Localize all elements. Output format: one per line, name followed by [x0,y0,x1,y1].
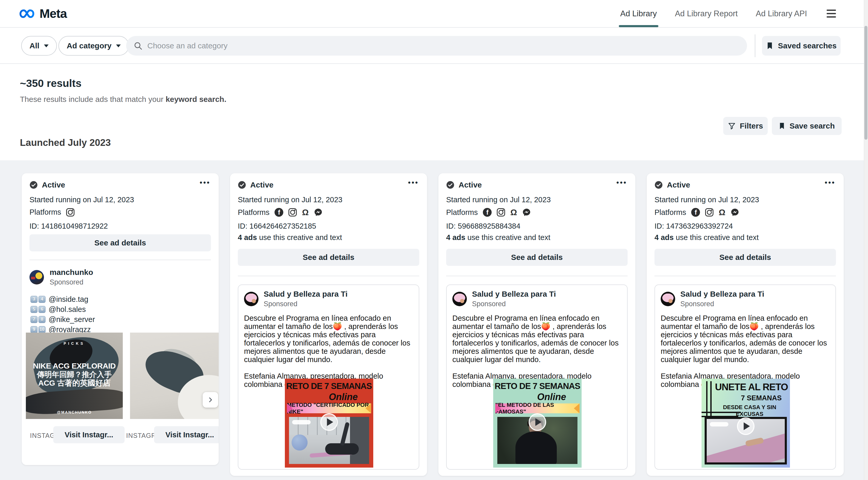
keycap-icon: 6 [38,306,45,313]
bookmark-icon [766,42,773,50]
advertiser-row: manchunko Sponsored [29,268,93,286]
advertiser-row: Salud y Belleza para Ti Sponsored [452,290,556,308]
tag-line: 7 8 @nike_server [31,316,95,323]
section-title: Launched July 2023 [20,137,111,148]
keycap-emoji-pair: 9 10 [31,326,45,333]
search-icon [133,41,143,51]
advertiser-name[interactable]: Salud y Belleza para Ti [680,290,764,298]
status-badge: Active [250,181,274,189]
messenger-icon [314,208,322,217]
tab-ad-library[interactable]: Ad Library [620,0,657,27]
video-thumbnail[interactable]: RETO DE 7 SEMANAS Online "EL METODO DE L… [493,379,582,468]
ad-body-text: Descubre el Programa en línea enfocado e… [244,314,414,388]
ad-card: Active ••• Started running on Jul 12, 20… [647,173,844,476]
chevron-right-icon [207,396,214,403]
uses-text: use this creative and text [257,233,342,242]
more-options-icon[interactable]: ••• [825,178,835,187]
overlay-line: 傳明年回歸？推介入手 [26,370,123,379]
more-options-icon[interactable]: ••• [617,178,627,187]
started-date: Started running on Jul 12, 2023 [654,196,759,204]
thumb-title: UNETE AL RETO [715,382,788,393]
tag-list: 3 4 @inside.tag 5 6 @hol.sales 7 8 @nike… [31,295,95,333]
keycap-emoji-pair: 3 4 [31,296,45,303]
advertiser-name[interactable]: Salud y Belleza para Ti [264,290,348,298]
avatar[interactable] [244,292,258,306]
facebook-icon: f [483,208,492,217]
tag-handle[interactable]: @hol.sales [49,305,86,314]
avatar[interactable] [29,270,44,284]
ad-category-dropdown-label: Ad category [67,41,112,50]
keycap-emoji-pair: 5 6 [31,306,45,313]
filters-button[interactable]: Filters [723,117,768,135]
play-button[interactable] [320,413,338,431]
more-options-icon[interactable]: ••• [408,178,419,187]
divider [238,276,419,276]
carousel-image-1[interactable]: PICKS NIKE ACG EXPLORAID 傳明年回歸？推介入手 ACG … [26,333,123,419]
tab-ad-library-api[interactable]: Ad Library API [756,0,807,27]
see-ad-details-button[interactable]: See ad details [29,234,211,251]
keycap-icon: 7 [31,316,37,323]
meta-logo[interactable]: Meta [20,0,67,27]
more-options-icon[interactable]: ••• [200,178,210,187]
see-ad-details-button[interactable]: See ad details [446,249,628,266]
see-ad-details-button[interactable]: See ad details [238,249,419,266]
creative-carousel[interactable]: PICKS NIKE ACG EXPLORAID 傳明年回歸？推介入手 ACG … [26,333,219,419]
uses-text: use this creative and text [674,233,759,242]
scrollbar[interactable] [864,0,868,480]
keycap-icon: 9 [31,326,37,333]
filter-icon [728,122,736,130]
person-shape [516,431,557,464]
overlay-eyebrow: PICKS [26,341,123,346]
platforms-row: Platforms [29,208,74,216]
search-box[interactable] [126,36,747,56]
keycap-icon: 4 [38,296,45,303]
results-subtitle-text: These results include ads that match you… [20,95,166,103]
started-date: Started running on Jul 12, 2023 [29,196,134,204]
active-check-icon [654,181,663,189]
see-ad-details-button[interactable]: See ad details [654,249,836,266]
results-count: ~350 results [20,77,82,89]
status-row: Active [446,181,482,189]
visit-instagram-button[interactable]: Visit Instagr... [154,426,219,443]
overlay-credit: @MANCHUNKO [26,410,123,414]
video-thumbnail[interactable]: RETO DE 7 SEMANAS Online METODO "CERTIFI… [285,379,373,468]
advertiser-row: Salud y Belleza para Ti Sponsored [661,290,764,308]
play-button[interactable] [529,413,546,431]
ad-id: ID: 1664264627352185 [238,222,316,231]
avatar[interactable] [452,292,467,306]
ad-body-paragraph: Descubre el Programa en línea enfocado e… [661,314,831,364]
tag-handle[interactable]: @inside.tag [49,295,88,304]
menu-icon[interactable] [825,8,837,19]
thumb-title: RETO DE 7 SEMANAS [493,381,582,391]
top-navbar: Meta Ad Library Ad Library Report Ad Lib… [0,0,868,28]
ad-card: Active ••• Started running on Jul 12, 20… [22,173,219,465]
tag-handle[interactable]: @nike_server [49,315,95,324]
thumb-subtitle: 7 SEMANAS [741,394,782,402]
ad-category-dropdown[interactable]: Ad category [58,36,129,56]
platforms-row: Platforms f Ω [654,208,739,217]
instagram-icon [497,208,505,216]
visit-instagram-button[interactable]: Visit Instagr... [53,426,125,443]
avatar[interactable] [661,292,675,306]
sponsored-label: Sponsored [50,278,93,286]
sponsored-label: Sponsored [264,300,348,308]
video-thumbnail[interactable]: UNETE AL RETO 7 SEMANAS DESDE CASA Y SIN… [702,379,790,468]
thumb-banner: "EL METODO DE LAS FAMOSAS" [495,403,580,413]
status-row: Active [29,181,65,189]
tab-ad-library-report[interactable]: Ad Library Report [675,0,738,27]
active-check-icon [29,181,38,189]
audience-network-icon: Ω [719,208,725,216]
saved-searches-button[interactable]: Saved searches [762,36,841,56]
results-subtitle: These results include ads that match you… [20,95,226,104]
scrollbar-thumb[interactable] [864,26,867,140]
save-search-button[interactable]: Save search [772,117,842,135]
scope-dropdown[interactable]: All [21,36,57,56]
overlay-headline: NIKE ACG EXPLORAID 傳明年回歸？推介入手 ACG 古著的英國好… [26,362,123,387]
play-button[interactable] [737,417,754,435]
advertiser-name[interactable]: manchunko [50,268,93,277]
audience-network-icon: Ω [302,208,309,216]
search-input[interactable] [147,41,740,50]
advertiser-name[interactable]: Salud y Belleza para Ti [472,290,556,298]
uses-line: 4 ads use this creative and text [654,233,759,242]
carousel-next-button[interactable] [203,392,218,408]
